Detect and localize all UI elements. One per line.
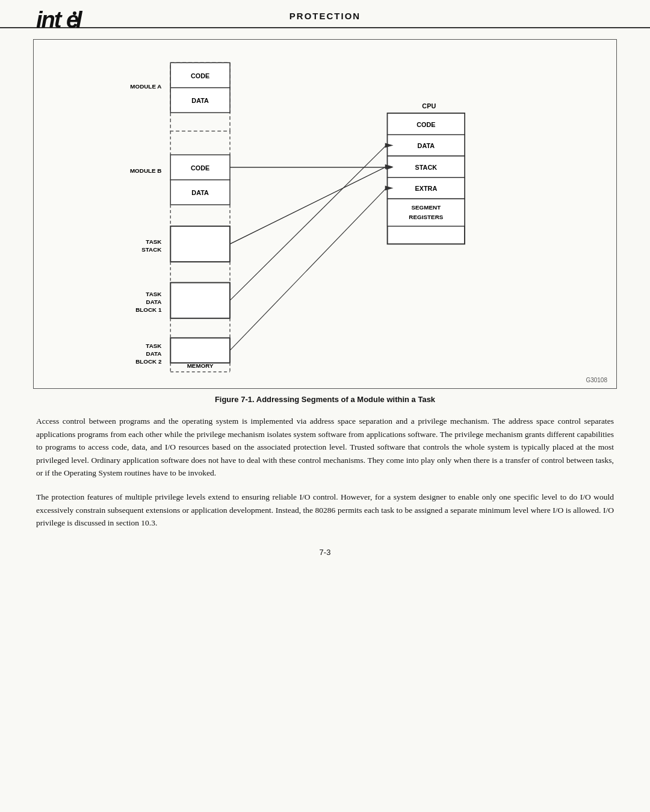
cpu-code-label: CODE — [416, 121, 435, 128]
task-data-block2-label2: DATA — [146, 350, 162, 357]
svg-text:l: l — [76, 7, 83, 31]
task-data-block1-label: TASK — [146, 291, 162, 297]
cpu-data-label: DATA — [418, 142, 435, 149]
figure-container: CODE DATA MODULE A CODE DATA MODULE B — [33, 39, 617, 389]
cpu-segment-reg-label: SEGMENT — [411, 204, 441, 211]
paragraph-1: Access control between programs and the … — [36, 415, 614, 480]
svg-line-34 — [230, 188, 386, 351]
module-b-data-label: DATA — [191, 189, 209, 196]
svg-line-33 — [230, 145, 386, 300]
diagram-svg: CODE DATA MODULE A CODE DATA MODULE B — [43, 52, 607, 377]
page: int e l PROTECTION CODE DATA — [0, 0, 650, 812]
svg-rect-13 — [170, 226, 230, 262]
module-b-code-label: CODE — [191, 164, 209, 172]
cpu-segment-reg-label2: REGISTERS — [409, 214, 443, 220]
page-footer: 7-3 — [0, 548, 650, 569]
module-a-label: MODULE A — [130, 83, 161, 90]
task-data-block2-label: TASK — [146, 342, 162, 349]
memory-label: MEMORY — [187, 362, 214, 369]
module-b-label: MODULE B — [130, 167, 162, 174]
svg-line-32 — [230, 167, 386, 244]
svg-rect-16 — [170, 283, 230, 318]
task-data-block1-label3: BLOCK 1 — [135, 306, 162, 313]
module-a-data-label: DATA — [191, 97, 209, 104]
task-stack-label: TASK — [146, 238, 162, 245]
module-a-code-label: CODE — [191, 72, 209, 79]
svg-rect-28 — [388, 199, 465, 226]
header-title: PROTECTION — [289, 11, 361, 21]
task-stack-label2: STACK — [141, 246, 162, 253]
page-number: 7-3 — [320, 548, 331, 557]
cpu-label: CPU — [422, 102, 436, 110]
figure-caption: Figure 7-1. Addressing Segments of a Mod… — [0, 395, 650, 404]
task-data-block1-label2: DATA — [146, 299, 162, 305]
intel-logo: int e l — [36, 7, 84, 36]
svg-rect-19 — [170, 338, 230, 362]
cpu-extra-label: EXTRA — [415, 185, 437, 192]
figure-id: G30108 — [586, 377, 607, 383]
svg-text:int: int — [36, 7, 63, 31]
cpu-stack-label: STACK — [415, 164, 438, 171]
task-data-block2-label3: BLOCK 2 — [135, 358, 162, 365]
header: int e l PROTECTION — [0, 0, 650, 28]
body-text: Access control between programs and the … — [36, 415, 614, 530]
paragraph-2: The protection features of multiple priv… — [36, 491, 614, 530]
